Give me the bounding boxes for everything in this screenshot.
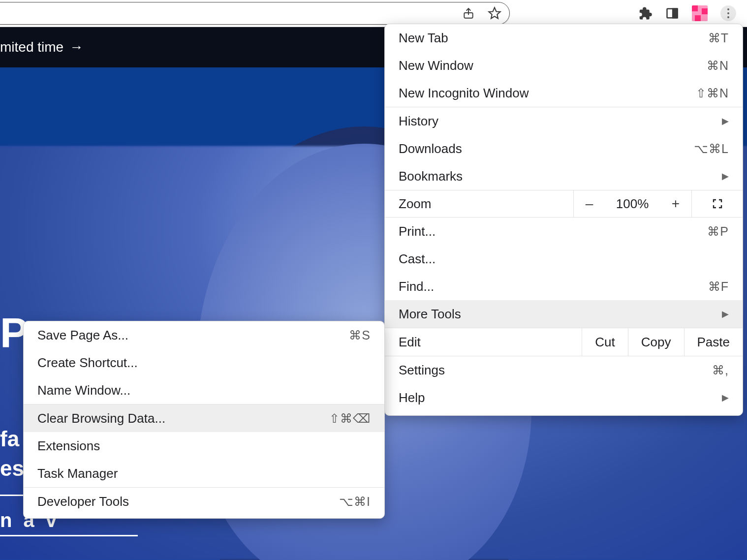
menu-label: Help: [399, 390, 722, 405]
menu-shortcut: ⇧⌘⌫: [329, 411, 371, 426]
svg-marker-1: [489, 7, 500, 18]
menu-item-new-incognito[interactable]: New Incognito Window ⇧⌘N: [385, 79, 743, 107]
edit-paste-button[interactable]: Paste: [684, 328, 743, 356]
zoom-out-button[interactable]: –: [573, 190, 605, 217]
menu-zoom-row: Zoom – 100% +: [385, 190, 743, 218]
browser-toolbar: [0, 0, 747, 27]
submenu-item-developer-tools[interactable]: Developer Tools ⌥⌘I: [24, 488, 384, 515]
menu-label-edit: Edit: [385, 328, 582, 356]
menu-label: Downloads: [399, 141, 694, 156]
hero-underline-2: [0, 535, 138, 536]
zoom-in-button[interactable]: +: [660, 190, 691, 217]
star-icon[interactable]: [488, 6, 501, 20]
hero-line-1: fa: [0, 427, 19, 451]
zoom-level: 100%: [605, 190, 660, 217]
omnibox[interactable]: [0, 2, 510, 25]
submenu-item-name-window[interactable]: Name Window...: [24, 376, 384, 404]
menu-label: Extensions: [37, 438, 371, 454]
extensions-icon[interactable]: [638, 6, 653, 21]
menu-item-settings[interactable]: Settings ⌘,: [385, 356, 743, 384]
submenu-arrow-icon: ▶: [722, 392, 729, 403]
sidepanel-icon[interactable]: [665, 6, 679, 20]
fullscreen-icon: [712, 198, 723, 210]
submenu-arrow-icon: ▶: [722, 116, 729, 126]
menu-shortcut: ⌘,: [712, 363, 729, 377]
menu-label: Name Window...: [37, 383, 371, 398]
fullscreen-button[interactable]: [691, 190, 743, 217]
promo-banner-text: mited time: [0, 39, 63, 55]
submenu-item-task-manager[interactable]: Task Manager: [24, 460, 384, 487]
menu-item-bookmarks[interactable]: Bookmarks ▶: [385, 162, 743, 190]
menu-label: New Tab: [399, 31, 708, 46]
menu-shortcut: ⌥⌘L: [694, 142, 729, 156]
share-icon[interactable]: [462, 7, 475, 20]
menu-label: Task Manager: [37, 466, 371, 481]
submenu-item-clear-browsing-data[interactable]: Clear Browsing Data... ⇧⌘⌫: [24, 404, 384, 432]
submenu-item-extensions[interactable]: Extensions: [24, 432, 384, 460]
menu-item-help[interactable]: Help ▶: [385, 384, 743, 411]
menu-shortcut: ⌘P: [707, 224, 729, 239]
submenu-item-save-page[interactable]: Save Page As... ⌘S: [24, 321, 384, 349]
arrow-right-icon: →: [69, 39, 82, 55]
menu-label: Clear Browsing Data...: [37, 411, 329, 426]
submenu-arrow-icon: ▶: [722, 309, 729, 319]
menu-item-downloads[interactable]: Downloads ⌥⌘L: [385, 135, 743, 162]
hero-line-2: es: [0, 456, 24, 481]
menu-shortcut: ⌘F: [708, 280, 729, 294]
menu-label: Developer Tools: [37, 494, 339, 509]
menu-label: Settings: [399, 363, 712, 378]
menu-item-history[interactable]: History ▶: [385, 107, 743, 135]
menu-shortcut: ⇧⌘N: [696, 86, 729, 100]
menu-label: New Window: [399, 58, 707, 73]
menu-item-cast[interactable]: Cast...: [385, 245, 743, 273]
menu-item-new-window[interactable]: New Window ⌘N: [385, 52, 743, 79]
menu-label: History: [399, 114, 722, 129]
toolbar-right: [638, 0, 736, 27]
menu-shortcut: ⌘S: [349, 328, 371, 342]
menu-label: Print...: [399, 224, 707, 239]
profile-avatar[interactable]: [692, 5, 708, 21]
menu-item-new-tab[interactable]: New Tab ⌘T: [385, 24, 743, 52]
menu-label: Create Shortcut...: [37, 355, 371, 371]
menu-label: Bookmarks: [399, 169, 722, 184]
menu-shortcut: ⌘N: [707, 59, 729, 73]
menu-item-find[interactable]: Find... ⌘F: [385, 273, 743, 300]
menu-shortcut: ⌥⌘I: [339, 495, 371, 509]
menu-label-zoom: Zoom: [385, 190, 573, 217]
svg-rect-3: [673, 9, 677, 18]
submenu-item-create-shortcut[interactable]: Create Shortcut...: [24, 349, 384, 376]
menu-label: New Incognito Window: [399, 86, 696, 101]
menu-label: Find...: [399, 279, 708, 294]
kebab-menu-button[interactable]: [720, 5, 736, 21]
menu-item-more-tools[interactable]: More Tools ▶: [385, 300, 743, 328]
submenu-arrow-icon: ▶: [722, 171, 729, 182]
chrome-main-menu: New Tab ⌘T New Window ⌘N New Incognito W…: [384, 24, 743, 416]
omnibox-actions: [462, 2, 501, 24]
menu-label: Save Page As...: [37, 328, 349, 343]
menu-edit-row: Edit Cut Copy Paste: [385, 328, 743, 356]
menu-label: Cast...: [399, 251, 729, 267]
edit-cut-button[interactable]: Cut: [582, 328, 627, 356]
edit-copy-button[interactable]: Copy: [628, 328, 684, 356]
menu-label: More Tools: [399, 307, 722, 322]
more-tools-submenu: Save Page As... ⌘S Create Shortcut... Na…: [23, 321, 385, 519]
menu-item-print[interactable]: Print... ⌘P: [385, 218, 743, 245]
menu-shortcut: ⌘T: [708, 31, 729, 45]
